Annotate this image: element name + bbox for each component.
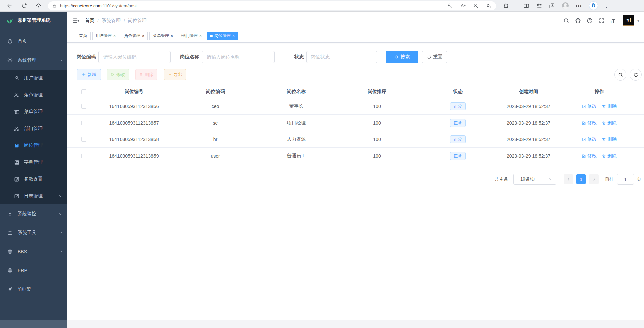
next-page-button[interactable]: [589, 174, 599, 184]
browser-profile-avatar[interactable]: [562, 2, 569, 9]
help-icon[interactable]: [587, 18, 593, 24]
breadcrumb-system[interactable]: 系统管理: [102, 18, 121, 24]
row-edit-link[interactable]: 修改: [582, 136, 597, 142]
add-button[interactable]: 新增: [77, 69, 101, 80]
edit-icon: [582, 137, 586, 142]
close-icon[interactable]: ×: [142, 34, 144, 38]
post-code-input[interactable]: [98, 51, 171, 63]
pagination: 共 4 条 10条/页 1 前往 页: [67, 174, 644, 185]
goto-page-input[interactable]: [617, 174, 634, 185]
page-size-select[interactable]: 10条/页: [513, 174, 556, 185]
close-icon[interactable]: ×: [199, 34, 202, 38]
row-edit-link[interactable]: 修改: [582, 120, 597, 126]
edit-button[interactable]: 修改: [107, 69, 129, 80]
toggle-search-button[interactable]: [614, 69, 626, 81]
export-button[interactable]: 导出: [164, 69, 186, 80]
tab-post-mgmt[interactable]: 岗位管理×: [207, 32, 238, 40]
close-icon[interactable]: ×: [171, 34, 173, 38]
sidebar-item-menu-mgmt[interactable]: 菜单管理: [0, 103, 67, 120]
sidebar-item-role-mgmt[interactable]: 角色管理: [0, 87, 67, 103]
user-avatar-dropdown[interactable]: Yi ▼: [623, 15, 640, 26]
breadcrumb: 首页 / 系统管理 / 岗位管理: [85, 18, 147, 24]
delete-button[interactable]: 删除: [135, 69, 157, 80]
sidebar-item-erp[interactable]: ERP: [0, 261, 67, 280]
table-header-row: 岗位编号 岗位编码 岗位名称 岗位排序 状态 创建时间 操作: [67, 85, 644, 98]
status-select[interactable]: 岗位状态: [306, 51, 377, 63]
bing-chat-icon[interactable]: b: [589, 1, 598, 10]
extensions-icon[interactable]: [503, 3, 509, 9]
collections-icon[interactable]: [549, 3, 555, 9]
scrollbar-thumb[interactable]: [0, 320, 67, 328]
tab-role-mgmt[interactable]: 角色管理×: [121, 32, 148, 40]
browser-home-icon[interactable]: [36, 3, 41, 9]
sidebar-item-post-mgmt[interactable]: 岗位管理: [0, 137, 67, 154]
sidebar-collapse-icon[interactable]: [73, 17, 79, 24]
sidebar-item-param-settings[interactable]: 参数设置: [0, 171, 67, 188]
row-delete-link[interactable]: 删除: [602, 103, 617, 109]
close-icon[interactable]: ×: [113, 34, 116, 38]
chevron-down-icon: [59, 268, 63, 272]
sidebar-item-user-mgmt[interactable]: 用户管理: [0, 70, 67, 87]
sidebar-item-system-mgmt[interactable]: 系统管理: [0, 51, 67, 70]
row-delete-link[interactable]: 删除: [602, 120, 617, 126]
table-row: 1641030593112313856 ceo 董事长 100 正常 2023-…: [67, 98, 644, 115]
browser-back-icon[interactable]: [7, 3, 12, 9]
log-icon: [14, 194, 19, 199]
search-button[interactable]: 搜索: [386, 51, 418, 63]
tab-dept-mgmt[interactable]: 部门管理×: [178, 32, 205, 40]
zoom-out-icon[interactable]: [473, 3, 478, 8]
reset-button[interactable]: 重置: [422, 51, 447, 63]
favorites-icon[interactable]: [536, 3, 542, 9]
col-status: 状态: [425, 85, 491, 98]
chevron-down-icon: [59, 212, 63, 216]
search-icon: [394, 55, 399, 59]
horizontal-scrollbar[interactable]: [0, 320, 644, 328]
user-icon: [14, 76, 19, 81]
posts-table: 岗位编号 岗位编码 岗位名称 岗位排序 状态 创建时间 操作 164103059…: [67, 85, 644, 164]
tab-user-mgmt[interactable]: 用户管理×: [92, 32, 119, 40]
row-checkbox[interactable]: [81, 121, 86, 125]
post-name-input[interactable]: [202, 51, 275, 63]
sidebar-item-log-mgmt[interactable]: 日志管理: [0, 188, 67, 204]
prev-page-button[interactable]: [564, 174, 573, 184]
app-title: 意框架管理系统: [18, 17, 50, 23]
row-checkbox[interactable]: [81, 104, 86, 109]
sidebar-item-home[interactable]: 首页: [0, 32, 67, 51]
row-checkbox[interactable]: [81, 154, 86, 158]
col-post-code: 岗位编码: [168, 85, 263, 98]
add-favorite-icon[interactable]: [486, 3, 491, 8]
bing-caret-icon[interactable]: ▾: [606, 6, 607, 10]
close-icon[interactable]: ×: [232, 34, 235, 38]
font-size-icon[interactable]: тT: [610, 18, 615, 23]
sidebar-item-system-tools[interactable]: 系统工具: [0, 223, 67, 242]
tab-menu-mgmt[interactable]: 菜单管理×: [149, 32, 176, 40]
lock-icon[interactable]: [52, 4, 57, 8]
github-icon[interactable]: [575, 18, 581, 24]
refresh-table-button[interactable]: [630, 69, 642, 81]
sidebar-item-bbs[interactable]: BBS: [0, 242, 67, 261]
page-number-current[interactable]: 1: [576, 174, 586, 184]
row-edit-link[interactable]: 修改: [582, 103, 597, 109]
browser-refresh-icon[interactable]: [21, 3, 27, 9]
row-delete-link[interactable]: 删除: [602, 153, 617, 159]
read-aloud-icon[interactable]: [460, 3, 466, 8]
address-bar[interactable]: https://ccnetcore.com:1101/system/post: [48, 1, 496, 10]
sidebar-item-dept-mgmt[interactable]: 部门管理: [0, 120, 67, 137]
breadcrumb-home[interactable]: 首页: [85, 18, 94, 24]
fullscreen-icon[interactable]: [599, 18, 605, 24]
app-logo[interactable]: 意框架管理系统: [0, 12, 67, 29]
select-all-checkbox[interactable]: [81, 89, 86, 94]
row-checkbox[interactable]: [81, 137, 86, 142]
sidebar-item-system-monitor[interactable]: 系统监控: [0, 204, 67, 223]
user-avatar[interactable]: Yi: [623, 15, 634, 26]
header-search-icon[interactable]: [563, 18, 569, 24]
row-delete-link[interactable]: 删除: [602, 136, 617, 142]
split-screen-icon[interactable]: [523, 3, 529, 9]
row-edit-link[interactable]: 修改: [582, 153, 597, 159]
sidebar-item-dict-mgmt[interactable]: 字典管理: [0, 154, 67, 171]
password-key-icon[interactable]: [447, 3, 453, 8]
chevron-down-icon: [368, 55, 373, 59]
tab-home[interactable]: 首页: [76, 32, 91, 40]
browser-menu-icon[interactable]: •••: [576, 3, 582, 9]
sidebar-item-yi-framework[interactable]: Yi框架: [0, 280, 67, 299]
